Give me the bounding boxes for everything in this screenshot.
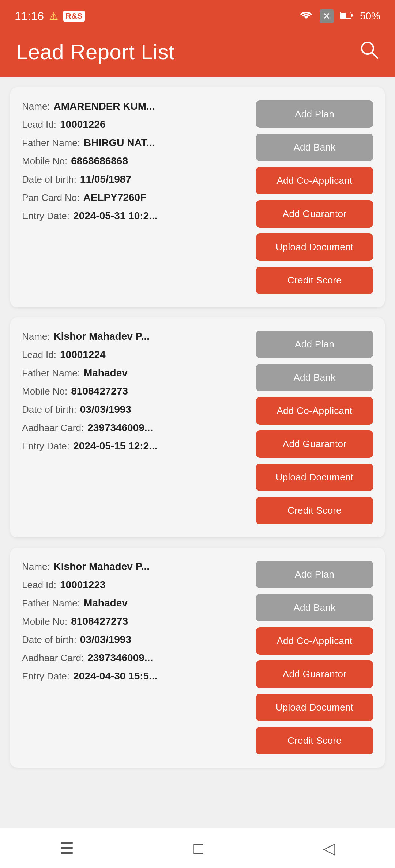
doc-value-1: AELPY7260F: [83, 192, 147, 203]
lead-card-3: Name: Kishor Mahadev P... Lead Id: 10001…: [10, 548, 385, 768]
name-label-3: Name:: [22, 561, 50, 572]
lead-info-1: Name: AMARENDER KUM... Lead Id: 10001226…: [22, 100, 256, 222]
lead-card-1: Name: AMARENDER KUM... Lead Id: 10001226…: [10, 87, 385, 307]
mobile-label-3: Mobile No:: [22, 616, 67, 627]
entry-label-2: Entry Date:: [22, 441, 69, 452]
dob-row-1: Date of birth: 11/05/1987: [22, 174, 249, 185]
battery-icon: [340, 10, 353, 22]
doc-value-3: 2397346009...: [87, 652, 153, 664]
lead-info-2: Name: Kishor Mahadev P... Lead Id: 10001…: [22, 331, 256, 452]
home-icon[interactable]: □: [193, 839, 203, 857]
svg-line-4: [372, 53, 377, 58]
add-bank-button-1[interactable]: Add Bank: [256, 134, 373, 161]
dob-label-1: Date of birth:: [22, 174, 76, 185]
entry-date-row-1: Entry Date: 2024-05-31 10:2...: [22, 210, 249, 222]
credit-score-button-2[interactable]: Credit Score: [256, 497, 373, 524]
mobile-row-2: Mobile No: 8108427273: [22, 385, 249, 397]
upload-document-button-2[interactable]: Upload Document: [256, 464, 373, 491]
add-plan-button-1[interactable]: Add Plan: [256, 100, 373, 128]
father-label-2: Father Name:: [22, 368, 80, 379]
add-co-applicant-button-1[interactable]: Add Co-Applicant: [256, 167, 373, 194]
credit-score-button-3[interactable]: Credit Score: [256, 727, 373, 754]
svg-rect-2: [351, 14, 353, 17]
doc-row-2: Aadhaar Card: 2397346009...: [22, 422, 249, 434]
upload-document-button-3[interactable]: Upload Document: [256, 694, 373, 721]
back-icon[interactable]: ◁: [323, 839, 335, 857]
lead-id-row-3: Lead Id: 10001223: [22, 579, 249, 591]
logo-badge: R&S: [63, 11, 84, 22]
time-display: 11:16: [15, 9, 44, 23]
status-right-area: ✕ 50%: [299, 9, 380, 23]
dob-label-3: Date of birth:: [22, 634, 76, 646]
father-name-row-3: Father Name: Mahadev: [22, 597, 249, 609]
dob-value-1: 11/05/1987: [80, 174, 131, 185]
add-guarantor-button-3[interactable]: Add Guarantor: [256, 660, 373, 688]
add-bank-button-3[interactable]: Add Bank: [256, 594, 373, 621]
add-bank-button-2[interactable]: Add Bank: [256, 364, 373, 391]
dob-row-3: Date of birth: 03/03/1993: [22, 634, 249, 646]
add-co-applicant-button-2[interactable]: Add Co-Applicant: [256, 397, 373, 425]
doc-label-1: Pan Card No:: [22, 192, 80, 203]
mobile-label-2: Mobile No:: [22, 386, 67, 397]
dob-row-2: Date of birth: 03/03/1993: [22, 404, 249, 415]
status-bar: 11:16 ⚠ R&S ✕ 50%: [0, 0, 395, 29]
entry-label-3: Entry Date:: [22, 671, 69, 682]
doc-row-1: Pan Card No: AELPY7260F: [22, 192, 249, 203]
father-value-3: Mahadev: [84, 597, 128, 609]
lead-name-row-1: Name: AMARENDER KUM...: [22, 100, 249, 112]
lead-name-row-2: Name: Kishor Mahadev P...: [22, 331, 249, 342]
svg-rect-1: [341, 13, 346, 18]
upload-document-button-1[interactable]: Upload Document: [256, 233, 373, 261]
action-buttons-3: Add Plan Add Bank Add Co-Applicant Add G…: [256, 561, 373, 754]
add-plan-button-3[interactable]: Add Plan: [256, 561, 373, 588]
x-icon: ✕: [320, 9, 334, 23]
father-label-1: Father Name:: [22, 137, 80, 149]
page-title: Lead Report List: [16, 39, 175, 64]
name-value-2: Kishor Mahadev P...: [54, 331, 150, 342]
father-value-2: Mahadev: [84, 367, 128, 379]
entry-label-1: Entry Date:: [22, 210, 69, 222]
add-guarantor-button-2[interactable]: Add Guarantor: [256, 430, 373, 458]
entry-value-3: 2024-04-30 15:5...: [73, 670, 157, 682]
menu-icon[interactable]: ☰: [60, 839, 74, 857]
entry-date-row-3: Entry Date: 2024-04-30 15:5...: [22, 670, 249, 682]
search-icon[interactable]: [359, 40, 379, 64]
header: Lead Report List: [0, 29, 395, 77]
lead-name-row-3: Name: Kishor Mahadev P...: [22, 561, 249, 572]
doc-label-2: Aadhaar Card:: [22, 422, 84, 434]
doc-label-3: Aadhaar Card:: [22, 652, 84, 664]
add-guarantor-button-1[interactable]: Add Guarantor: [256, 200, 373, 228]
add-plan-button-2[interactable]: Add Plan: [256, 331, 373, 358]
name-label-2: Name:: [22, 331, 50, 342]
name-label-1: Name:: [22, 101, 50, 112]
add-co-applicant-button-3[interactable]: Add Co-Applicant: [256, 627, 373, 655]
credit-score-button-1[interactable]: Credit Score: [256, 267, 373, 294]
father-name-row-1: Father Name: BHIRGU NAT...: [22, 137, 249, 149]
leadid-label-1: Lead Id:: [22, 119, 56, 130]
entry-value-1: 2024-05-31 10:2...: [73, 210, 157, 222]
father-label-3: Father Name:: [22, 598, 80, 609]
dob-value-2: 03/03/1993: [80, 404, 131, 415]
lead-list: Name: AMARENDER KUM... Lead Id: 10001226…: [0, 77, 395, 811]
lead-id-row-2: Lead Id: 10001224: [22, 349, 249, 361]
dob-value-3: 03/03/1993: [80, 634, 131, 646]
leadid-label-2: Lead Id:: [22, 349, 56, 361]
name-value-1: AMARENDER KUM...: [54, 100, 155, 112]
doc-row-3: Aadhaar Card: 2397346009...: [22, 652, 249, 664]
mobile-row-3: Mobile No: 8108427273: [22, 616, 249, 627]
mobile-value-1: 6868686868: [71, 155, 128, 167]
doc-value-2: 2397346009...: [87, 422, 153, 434]
mobile-value-3: 8108427273: [71, 616, 128, 627]
father-name-row-2: Father Name: Mahadev: [22, 367, 249, 379]
leadid-label-3: Lead Id:: [22, 579, 56, 591]
status-time-area: 11:16 ⚠ R&S: [15, 9, 85, 23]
father-value-1: BHIRGU NAT...: [84, 137, 155, 149]
leadid-value-3: 10001223: [60, 579, 106, 591]
leadid-value-1: 10001226: [60, 119, 106, 130]
mobile-row-1: Mobile No: 6868686868: [22, 155, 249, 167]
dob-label-2: Date of birth:: [22, 404, 76, 415]
mobile-label-1: Mobile No:: [22, 156, 67, 167]
lead-id-row-1: Lead Id: 10001226: [22, 119, 249, 130]
entry-date-row-2: Entry Date: 2024-05-15 12:2...: [22, 440, 249, 452]
name-value-3: Kishor Mahadev P...: [54, 561, 150, 572]
